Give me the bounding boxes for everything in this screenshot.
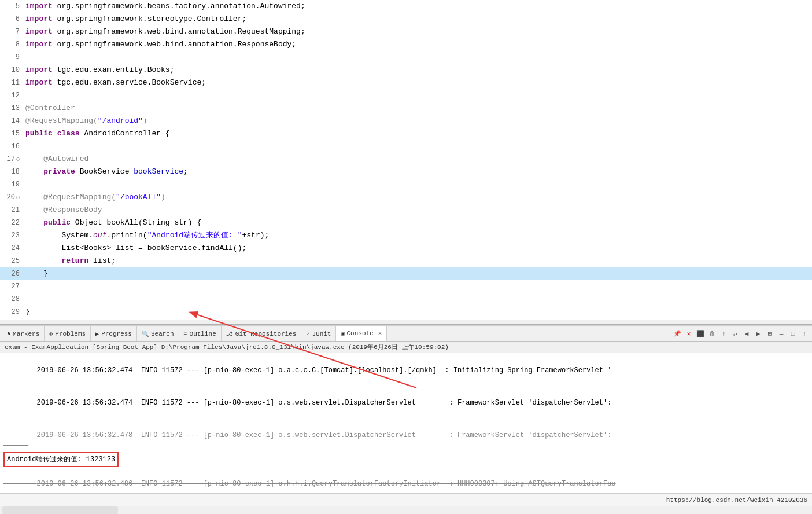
tab-console[interactable]: ▣ Console ✕ [336, 326, 387, 342]
tab-console-label: Console [346, 330, 373, 337]
console-line-5: 2019-06-26 13:56:32.486 INFO 11572 --- [… [0, 468, 812, 492]
code-line-8: 8 import org.springframework.web.bind.an… [0, 38, 812, 51]
arrow-up-button[interactable]: ↑ [799, 329, 810, 339]
code-line-26: 26 } [0, 267, 812, 280]
console-android-output: Android端传过来的值: 1323123 [3, 452, 119, 467]
code-line-6: 6 import org.springframework.stereotype.… [0, 13, 812, 25]
code-line-7: 7 import org.springframework.web.bind.an… [0, 25, 812, 38]
terminate-button[interactable]: ✕ [684, 329, 694, 339]
code-line-25: 25 return list; [0, 255, 812, 267]
code-line-10: 10 import tgc.edu.exam.entity.Books; [0, 64, 812, 76]
next-button[interactable]: ▶ [753, 329, 763, 339]
code-line-12: 12 [0, 89, 812, 102]
word-wrap-button[interactable]: ↵ [730, 329, 740, 339]
git-icon: ⎇ [226, 331, 233, 337]
code-line-24: 24 List<Books> list = bookService.findAl… [0, 242, 812, 255]
tab-console-close[interactable]: ✕ [378, 329, 382, 337]
code-line-18: 18 private BookService bookService; [0, 166, 812, 178]
markers-icon: ⚑ [7, 331, 10, 337]
code-line-29: 29 } [0, 306, 812, 318]
tab-progress[interactable]: ▶ Progress [91, 326, 137, 342]
prev-button[interactable]: ◀ [741, 329, 752, 339]
code-line-23: 23 System.out.println("Android端传过来的值: "+… [0, 229, 812, 242]
code-line-19: 19 [0, 178, 812, 191]
tab-git[interactable]: ⎇ Git Repositories [222, 326, 302, 342]
tab-markers[interactable]: ⚑ Markers [2, 326, 45, 342]
tab-search[interactable]: 🔍 Search [137, 326, 179, 342]
console-line-3: 2019-06-26 13:56:32.478 INFO 11572 --- [… [0, 419, 812, 451]
remove-button[interactable]: ⬛ [695, 329, 706, 339]
problems-icon: ⊗ [49, 331, 53, 337]
tab-problems[interactable]: ⊗ Problems [45, 326, 91, 342]
scroll-lock-button[interactable]: ⇩ [718, 329, 729, 339]
console-title-bar: exam - ExamApplication [Spring Boot App]… [0, 342, 812, 353]
tab-junit-label: JUnit [312, 331, 331, 337]
bottom-scrollbar[interactable] [0, 506, 812, 514]
clear-button[interactable]: 🗑 [707, 329, 717, 339]
tab-outline[interactable]: ≡ Outline [179, 326, 222, 342]
junit-icon: ✓ [306, 331, 309, 337]
tab-outline-label: Outline [190, 331, 216, 337]
console-line-2: 2019-06-26 13:56:32.474 INFO 11572 --- [… [0, 387, 812, 419]
horizontal-scrollbar[interactable] [0, 320, 812, 324]
maximize-button[interactable]: □ [788, 329, 798, 339]
code-line-15: 15 public class AndroidController { [0, 127, 812, 140]
console-toolbar: 📌 ✕ ⬛ 🗑 ⇩ ↵ ◀ ▶ ⊞ — □ ↑ [672, 329, 812, 339]
console-android-output-wrapper: Android端传过来的值: 1323123 [0, 451, 812, 468]
tab-junit[interactable]: ✓ JUnit [301, 326, 336, 342]
console-title: exam - ExamApplication [Spring Boot App]… [5, 344, 449, 351]
code-line-16: 16 [0, 140, 812, 153]
tab-bar: ⚑ Markers ⊗ Problems ▶ Progress 🔍 Search… [0, 326, 812, 342]
search-icon: 🔍 [142, 331, 149, 337]
progress-icon: ▶ [95, 331, 99, 337]
code-line-13: 13 @Controller [0, 102, 812, 115]
tab-search-label: Search [151, 331, 174, 337]
tab-problems-label: Problems [55, 331, 86, 337]
pin-button[interactable]: 📌 [672, 329, 682, 339]
code-line-21: 21 @ResponseBody [0, 204, 812, 216]
code-editor: 5 import org.springframework.beans.facto… [0, 0, 812, 324]
outline-icon: ≡ [184, 331, 187, 337]
tab-progress-label: Progress [101, 331, 132, 337]
code-line-22: 22 public Object bookAll(String str) { [0, 216, 812, 229]
console-area: 2019-06-26 13:56:32.474 INFO 11572 --- [… [0, 353, 812, 493]
status-url: https://blog.csdn.net/weixin_42102036 [666, 497, 807, 504]
code-line-11: 11 import tgc.edu.exam.service.BookServi… [0, 76, 812, 89]
minimize-button[interactable]: — [776, 329, 787, 339]
status-bar: https://blog.csdn.net/weixin_42102036 [0, 493, 812, 506]
console-lines: 2019-06-26 13:56:32.474 INFO 11572 --- [… [0, 354, 812, 492]
console-line-1: 2019-06-26 13:56:32.474 INFO 11572 --- [… [0, 354, 812, 387]
code-line-14: 14 @RequestMapping("/android") [0, 115, 812, 127]
code-line-20: 20⊖ @RequestMapping("/bookAll") [0, 191, 812, 204]
tab-markers-label: Markers [13, 331, 39, 337]
code-line-27: 27 [0, 280, 812, 293]
code-line-5: 5 import org.springframework.beans.facto… [0, 0, 812, 13]
tab-git-label: Git Repositories [235, 331, 297, 337]
code-line-9: 9 [0, 51, 812, 64]
console-icon: ▣ [341, 330, 344, 337]
code-line-28: 28 [0, 293, 812, 306]
code-line-17: 17⊖ @Autowired [0, 153, 812, 166]
open-console-button[interactable]: ⊞ [765, 329, 775, 339]
